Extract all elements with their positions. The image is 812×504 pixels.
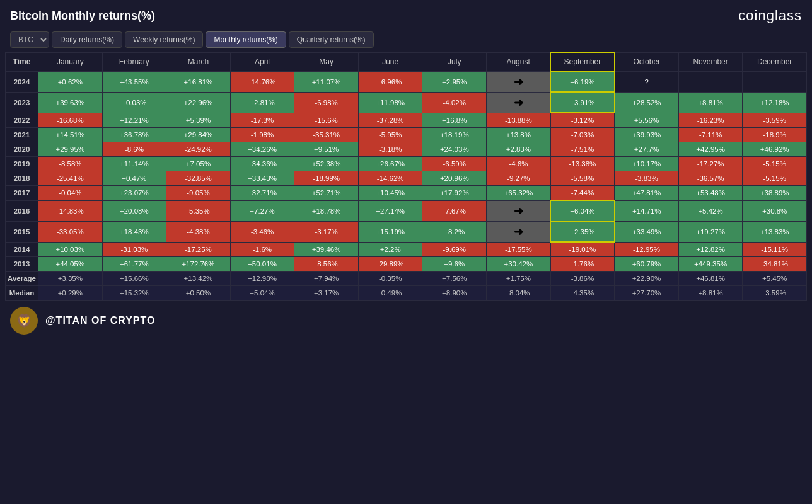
table-row: 2015-33.05%+18.43%-4.38%-3.46%-3.17%+15.… — [6, 221, 807, 242]
social-handle: @TITAN OF CRYPTO — [45, 315, 155, 326]
data-cell: -31.03% — [102, 242, 166, 257]
data-cell — [678, 71, 743, 92]
data-cell: +39.63% — [38, 92, 103, 113]
col-header-october: October — [615, 52, 679, 71]
tab-daily[interactable]: Daily returns(%) — [52, 32, 122, 48]
data-cell: +8.81% — [678, 92, 743, 113]
year-label: 2015 — [6, 221, 38, 242]
average-cell: +46.81% — [678, 272, 743, 286]
data-cell: -3.12% — [550, 113, 615, 128]
data-cell: -18.9% — [743, 128, 807, 142]
data-cell: +17.92% — [422, 186, 487, 201]
col-header-september: September — [550, 52, 615, 71]
data-cell: -8.6% — [102, 142, 166, 157]
data-cell: -5.95% — [358, 128, 422, 142]
data-cell: +13.83% — [743, 221, 807, 242]
tabs-bar: BTC Daily returns(%) Weekly returns(%) M… — [0, 29, 812, 52]
year-label: 2016 — [6, 200, 38, 221]
data-cell: +2.35% — [550, 221, 615, 242]
tab-quarterly[interactable]: Quarterly returns(%) — [289, 32, 374, 48]
data-cell: +8.2% — [422, 221, 487, 242]
col-header-time: Time — [6, 52, 38, 71]
data-cell: -33.05% — [38, 221, 103, 242]
data-cell: +22.96% — [166, 92, 231, 113]
data-cell: +0.62% — [38, 71, 103, 92]
data-cell: -15.6% — [294, 113, 359, 128]
median-cell: +0.50% — [166, 286, 231, 301]
data-cell: +12.21% — [102, 113, 166, 128]
table-row: 2023+39.63%+0.03%+22.96%+2.81%-6.98%+11.… — [6, 92, 807, 113]
median-cell: +5.04% — [230, 286, 294, 301]
data-cell: +19.27% — [678, 221, 743, 242]
col-header-july: July — [422, 52, 487, 71]
average-cell: +13.42% — [166, 272, 231, 286]
data-cell: +0.47% — [102, 171, 166, 186]
data-cell: +13.8% — [487, 128, 551, 142]
data-cell: ➜ — [487, 200, 551, 221]
year-label: 2020 — [6, 142, 38, 157]
data-cell: -3.83% — [615, 171, 679, 186]
data-cell: +10.45% — [358, 186, 422, 201]
data-cell: +2.81% — [230, 92, 294, 113]
data-cell: +11.07% — [294, 71, 359, 92]
median-cell: +8.81% — [678, 286, 743, 301]
data-cell: -12.95% — [615, 242, 679, 257]
data-cell: -4.02% — [422, 92, 487, 113]
tab-monthly[interactable]: Monthly returns(%) — [206, 32, 286, 48]
data-cell: +26.67% — [358, 157, 422, 171]
table-row: 2018-25.41%+0.47%-32.85%+33.43%-18.99%-1… — [6, 171, 807, 186]
data-cell: -19.01% — [550, 242, 615, 257]
data-cell: +24.03% — [422, 142, 487, 157]
col-header-august: August — [487, 52, 551, 71]
data-cell: +46.92% — [743, 142, 807, 157]
year-label: 2013 — [6, 257, 38, 272]
data-cell: +11.98% — [358, 92, 422, 113]
data-cell: +34.26% — [230, 142, 294, 157]
data-cell: +60.79% — [615, 257, 679, 272]
data-cell: -4.6% — [487, 157, 551, 171]
data-cell: -0.04% — [38, 186, 103, 201]
data-cell: -5.35% — [166, 200, 231, 221]
data-cell: +2.83% — [487, 142, 551, 157]
data-cell: -16.68% — [38, 113, 103, 128]
data-cell: +36.78% — [102, 128, 166, 142]
year-label: 2024 — [6, 71, 38, 92]
data-cell: ➜ — [487, 92, 551, 113]
tab-weekly[interactable]: Weekly returns(%) — [125, 32, 203, 48]
median-label: Median — [6, 286, 38, 301]
data-cell: -7.67% — [422, 200, 487, 221]
data-cell: +47.81% — [615, 186, 679, 201]
data-cell: +43.55% — [102, 71, 166, 92]
data-cell: -25.41% — [38, 171, 103, 186]
data-cell: -9.69% — [422, 242, 487, 257]
table-row: 2019-8.58%+11.14%+7.05%+34.36%+52.38%+26… — [6, 157, 807, 171]
data-cell: -1.76% — [550, 257, 615, 272]
data-cell — [743, 71, 807, 92]
table-row: 2013+44.05%+61.77%+172.76%+50.01%-8.56%-… — [6, 257, 807, 272]
asset-selector[interactable]: BTC — [10, 32, 49, 48]
page-title: Bitcoin Monthly returns(%) — [10, 9, 155, 23]
table-row: 2024+0.62%+43.55%+16.81%-14.76%+11.07%-6… — [6, 71, 807, 92]
data-cell: +172.76% — [166, 257, 231, 272]
year-label: 2014 — [6, 242, 38, 257]
data-cell: -35.31% — [294, 128, 359, 142]
data-cell: +7.05% — [166, 157, 231, 171]
data-cell: +44.05% — [38, 257, 103, 272]
median-cell: -4.35% — [550, 286, 615, 301]
average-cell: +3.35% — [38, 272, 103, 286]
average-cell: +15.66% — [102, 272, 166, 286]
data-cell: +11.14% — [102, 157, 166, 171]
table-row: 2020+29.95%-8.6%-24.92%+34.26%+9.51%-3.1… — [6, 142, 807, 157]
data-cell: +15.19% — [358, 221, 422, 242]
data-cell: +33.49% — [615, 221, 679, 242]
data-cell: +33.43% — [230, 171, 294, 186]
data-cell: -5.15% — [743, 171, 807, 186]
data-cell: +6.04% — [550, 200, 615, 221]
col-header-may: May — [294, 52, 359, 71]
data-cell: ➜ — [487, 71, 551, 92]
data-cell: +28.52% — [615, 92, 679, 113]
data-cell: +18.43% — [102, 221, 166, 242]
data-cell: ➜ — [487, 221, 551, 242]
table-row: 2016-14.83%+20.08%-5.35%+7.27%+18.78%+27… — [6, 200, 807, 221]
average-row: Average+3.35%+15.66%+13.42%+12.98%+7.94%… — [6, 272, 807, 286]
